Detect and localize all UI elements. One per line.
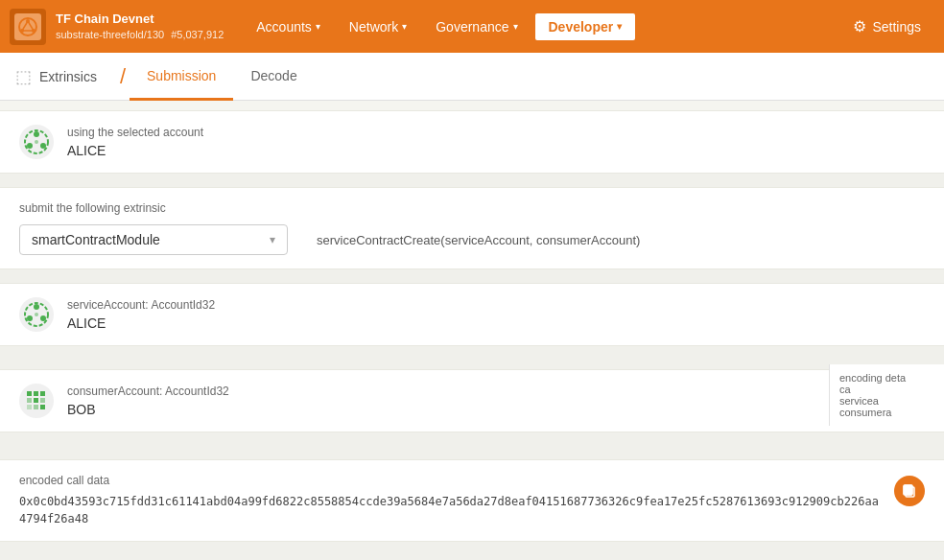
extrinsic-section: submit the following extrinsic smartCont… — [0, 187, 944, 269]
svg-rect-27 — [34, 405, 38, 409]
module-value: smartContractModule — [32, 232, 160, 247]
svg-line-4 — [22, 21, 28, 31]
svg-point-9 — [34, 131, 39, 137]
copy-icon — [902, 483, 917, 499]
encoded-call-data-block: encoded call data 0x0c0bd43593c715fdd31c… — [0, 459, 944, 542]
module-select[interactable]: smartContractModule ▾ — [19, 224, 288, 255]
svg-rect-28 — [40, 405, 45, 409]
consumer-account-value: BOB — [67, 402, 925, 417]
network-arrow-icon: ▾ — [402, 21, 407, 32]
encoded-call-data-value: 0x0c0bd43593c715fdd31c61141abd04a99fd682… — [19, 493, 885, 527]
encoded-call-data-label: encoded call data — [19, 474, 885, 487]
svg-rect-25 — [40, 398, 45, 403]
copy-call-data-button[interactable] — [894, 476, 925, 506]
svg-point-11 — [40, 143, 46, 149]
nav-network[interactable]: Network ▾ — [336, 13, 420, 40]
account-value: ALICE — [67, 143, 925, 158]
service-account-info: serviceAccount: AccountId32 ALICE — [67, 298, 925, 331]
svg-rect-21 — [34, 391, 38, 396]
service-account-section: serviceAccount: AccountId32 ALICE — [0, 283, 944, 346]
svg-rect-22 — [40, 391, 45, 396]
svg-point-15 — [34, 304, 39, 310]
consumer-account-identicon — [19, 384, 54, 418]
svg-rect-30 — [904, 485, 912, 495]
consumer-account-label: consumerAccount: AccountId32 — [67, 385, 925, 398]
main-content: using the selected account ALICE submit … — [0, 110, 944, 560]
consumer-account-section: consumerAccount: AccountId32 BOB — [0, 369, 944, 432]
svg-point-16 — [27, 315, 33, 321]
account-label: using the selected account — [67, 126, 925, 139]
account-identicon — [19, 125, 54, 159]
nav-governance[interactable]: Governance ▾ — [422, 13, 531, 40]
account-info: using the selected account ALICE — [67, 126, 925, 158]
encoding-details-sidebar: encoding deta ca servicea consumera — [829, 364, 944, 426]
svg-point-17 — [40, 315, 46, 321]
accounts-arrow-icon: ▾ — [316, 21, 320, 32]
tab-decode[interactable]: Decode — [233, 54, 314, 101]
svg-rect-24 — [34, 398, 38, 403]
breadcrumb-separator: / — [120, 64, 126, 89]
chain-info: TF Chain Devnet substrate-threefold/130 … — [56, 12, 224, 41]
chain-sub: substrate-threefold/130 #5,037,912 — [56, 28, 224, 41]
extrinsics-icon: ⬚ — [15, 66, 32, 87]
extrinsic-label: submit the following extrinsic — [19, 201, 925, 215]
service-account-label: serviceAccount: AccountId32 — [67, 298, 925, 312]
app-header: TF Chain Devnet substrate-threefold/130 … — [0, 0, 944, 53]
module-dropdown-icon: ▾ — [270, 233, 275, 246]
nav-accounts[interactable]: Accounts ▾ — [243, 13, 334, 40]
settings-gear-icon: ⚙ — [853, 17, 866, 35]
extrinsic-method: serviceContractCreate(serviceAccount, co… — [307, 233, 640, 247]
section-extrinsics-label: Extrinsics — [39, 69, 97, 84]
account-section: using the selected account ALICE — [0, 110, 944, 174]
svg-point-18 — [35, 313, 38, 316]
service-account-identicon — [19, 297, 54, 332]
main-nav: Accounts ▾ Network ▾ Governance ▾ Develo… — [243, 12, 934, 42]
app-logo — [10, 9, 46, 45]
logo-icon — [17, 16, 38, 37]
governance-arrow-icon: ▾ — [513, 21, 518, 32]
tabs-bar: ⬚ Extrinsics / Submission Decode — [0, 53, 944, 101]
nav-settings[interactable]: ⚙ Settings — [839, 12, 934, 41]
nav-developer[interactable]: Developer ▾ — [533, 12, 638, 42]
svg-point-10 — [27, 143, 33, 149]
extrinsic-row: smartContractModule ▾ serviceContractCre… — [19, 224, 925, 255]
encoding-details-label: encoding deta — [839, 372, 934, 384]
svg-line-5 — [28, 21, 34, 31]
encoding-ca: ca — [839, 384, 934, 395]
developer-arrow-icon: ▾ — [617, 21, 622, 32]
tab-submission[interactable]: Submission — [130, 54, 233, 101]
consumer-account-info: consumerAccount: AccountId32 BOB — [67, 385, 925, 417]
service-account-value: ALICE — [67, 315, 925, 331]
section-extrinsics: ⬚ Extrinsics — [15, 66, 97, 87]
svg-rect-26 — [27, 405, 32, 409]
encoding-consumera: consumera — [839, 407, 934, 418]
svg-rect-20 — [27, 391, 32, 396]
encoded-call-data-content: encoded call data 0x0c0bd43593c715fdd31c… — [19, 474, 885, 527]
svg-rect-23 — [27, 398, 32, 403]
chain-name: TF Chain Devnet — [56, 12, 224, 28]
encoding-servicea: servicea — [839, 395, 934, 407]
svg-point-12 — [35, 140, 38, 144]
logo-inner — [14, 13, 41, 40]
